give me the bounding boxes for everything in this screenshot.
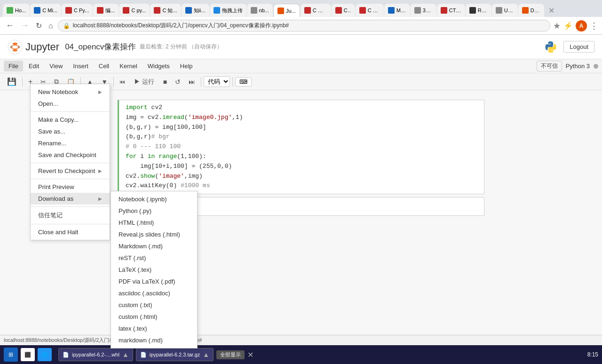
browser-tab-16[interactable]: CT 差 [437,4,465,17]
download-item-1[interactable]: 📄 ipyparallel-6.2-....whl ▲ [58,348,133,361]
taskbar-icon-2[interactable]: 🌐 [38,348,52,361]
run-btn[interactable]: ▶ 运行 [130,76,158,87]
browser-tab-12[interactable]: C ... [332,4,355,17]
svg-point-2 [13,49,17,51]
download-filename-2: ipyparallel-6.2.3.tar.gz [150,352,200,357]
jupyter-logo[interactable]: Jupyter [8,40,59,55]
download-latex-tex[interactable]: latex (.tex) [111,323,197,334]
browser-tab-18[interactable]: Us... [492,4,518,17]
browser-tab-17[interactable]: Re... [466,4,491,17]
download-arrow-2[interactable]: ▲ [203,351,209,358]
browser-tab-15[interactable]: 36... [411,4,436,17]
menu-open[interactable]: Open... [31,98,110,110]
menu-cell[interactable]: Cell [94,61,114,71]
menu-revert-checkpoint[interactable]: Revert to Checkpoint ▶ [31,165,110,177]
browser-tab-1[interactable]: Ho... [3,4,30,17]
download-markdown[interactable]: Markdown (.md) [111,240,197,252]
nav-home[interactable]: ⌂ [47,21,55,31]
browser-tab-3[interactable]: C Py... [62,4,93,17]
download-file-icon-2: 📄 [140,352,147,358]
code-line: (b,g,r) = img[100,100] [126,123,477,133]
save-info: 最后检查: 2 分钟前 （自动保存） [140,43,222,51]
download-markdown-md[interactable]: markdown (.md) [111,334,197,346]
code-line: # 0 --- 110 100 [126,142,477,152]
menu-save-as[interactable]: Save as... [31,126,110,137]
menu-print-preview[interactable]: Print Preview [31,181,110,193]
browser-tab-4[interactable]: 编... [93,4,119,17]
fast-backward-btn[interactable]: ⏮ [116,77,128,87]
menu-edit[interactable]: Edit [24,61,44,71]
nav-refresh[interactable]: ↻ [34,20,44,31]
download-notebook-ipynb[interactable]: Notebook (.ipynb) [111,193,197,205]
browser-tab-8[interactable]: 拖拽上传 [210,4,246,17]
download-filename-1: ipyparallel-6.2-....whl [72,352,119,357]
browser-tab-13[interactable]: C 论... [356,4,384,17]
download-custom-txt[interactable]: custom (.txt) [111,299,197,311]
customize-menu[interactable]: ⋮ [590,21,598,31]
nav-back[interactable]: ← [4,20,16,32]
jupyter-logo-text: Jupyter [25,41,59,53]
interrupt-btn[interactable]: ■ [160,77,170,87]
code-line: img = cv2.imread('image0.jpg',1) [126,113,477,123]
browser-tab-6[interactable]: C 知... [150,4,181,17]
logout-button[interactable]: Logout [563,41,594,53]
code-line: cv2.waitKey(0) #1000 ms [126,181,477,191]
browser-tab-5[interactable]: C py... [119,4,150,17]
menu-kernel[interactable]: Kernel [115,61,142,71]
close-downloads-button[interactable]: ✕ [247,350,253,359]
code-line: (b,g,r)# bgr [126,132,477,142]
taskbar-start[interactable]: ⊞ [4,348,18,362]
nav-forward[interactable]: → [19,20,31,32]
download-python-py[interactable]: Python (.py) [111,205,197,217]
notebook-title[interactable]: 04_opencv像素操作 [65,41,136,52]
download-pdf-latex[interactable]: PDF via LaTeX (.pdf) [111,276,197,287]
browser-tab-2[interactable]: C Mi... [30,4,61,17]
kernel-name: Python 3 [566,63,590,70]
code-line: for i in range(1,100): [126,152,477,162]
menu-close-halt[interactable]: Close and Halt [31,226,110,238]
menu-save-checkpoint[interactable]: Save and Checkpoint [31,149,110,161]
menu-help[interactable]: Help [175,61,198,71]
save-toolbar-btn[interactable]: 💾 [4,76,20,87]
download-latex[interactable]: LaTeX (.tex) [111,264,197,276]
menu-insert[interactable]: Insert [68,61,93,71]
address-bar-text: localhost:8888/notebooks/Desktop/源码/2入门/… [73,22,545,30]
browser-tab-11[interactable]: C 如... [301,4,331,17]
show-all-downloads-button[interactable]: 全部显示 [216,350,245,359]
menu-trust-notebook[interactable]: 信任笔记 [31,209,110,222]
browser-tab-14[interactable]: M ... [384,4,410,17]
menu-download-as[interactable]: Download as ▶ Notebook (.ipynb) Python (… [31,193,110,205]
menu-widgets[interactable]: Widgets [143,61,174,71]
browser-tab-19[interactable]: De... [518,4,544,17]
restart-btn[interactable]: ↺ [172,77,184,87]
file-menu-dropdown: New Notebook ▶ Open... Make a Copy... Sa… [30,84,110,240]
download-asciidoc[interactable]: asciidoc (.asciidoc) [111,287,197,299]
download-custom-html[interactable]: custom (.html) [111,311,197,323]
extension-icon[interactable]: ⚡ [563,21,573,30]
menu-make-copy[interactable]: Make a Copy... [31,114,110,126]
code-cell-1[interactable]: import cv2 img = cv2.imread('image0.jpg'… [118,100,484,194]
download-arrow-1[interactable]: ▲ [122,351,129,358]
cell-type-select[interactable]: 代码 [204,76,230,87]
download-rst[interactable]: reST (.rst) [111,252,197,264]
trust-button[interactable]: 不可信 [537,61,562,71]
browser-tab-7[interactable]: 知ii... [182,4,209,17]
browser-tab-active[interactable]: Ju... [273,4,300,17]
download-item-2[interactable]: 📄 ipyparallel-6.2.3.tar.gz ▲ [136,348,214,361]
security-icon: 🔒 [63,23,70,29]
keyboard-shortcuts-btn[interactable]: ⌨ [235,77,252,87]
menu-new-notebook[interactable]: New Notebook ▶ [31,86,110,98]
download-html[interactable]: HTML (.html) [111,217,197,229]
tab-close-button[interactable]: ✕ [545,4,558,17]
bookmark-icon[interactable]: ★ [553,21,561,31]
browser-tab-9[interactable]: nb... [247,4,273,17]
profile-icon[interactable]: A [576,20,587,32]
code-line: import cv2 [126,103,477,113]
menu-rename[interactable]: Rename... [31,137,110,149]
download-reveal-slides[interactable]: Reveal.js slides (.html) [111,229,197,240]
download-as-submenu: Notebook (.ipynb) Python (.py) HTML (.ht… [111,191,198,348]
run-all-btn[interactable]: ⏭ [185,77,198,87]
taskbar-icon-1[interactable]: ⬛ [21,348,35,361]
menu-file[interactable]: File [4,61,23,71]
menu-view[interactable]: View [45,61,67,71]
